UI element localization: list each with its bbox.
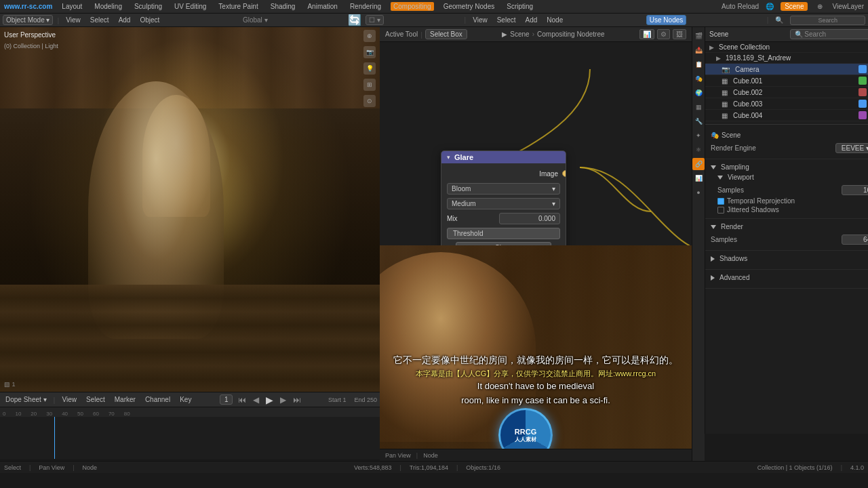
btn-object-mode[interactable]: Object Mode ▾	[3, 15, 53, 25]
glare-image-output-socket[interactable]	[562, 170, 566, 177]
breadcrumb-scene[interactable]: ▶	[502, 30, 507, 38]
props-icon-data[interactable]: 📊	[692, 172, 705, 184]
breadcrumb-nodetree[interactable]: Compositing Nodetree	[537, 30, 605, 38]
status-pan[interactable]: Pan View	[39, 464, 64, 471]
viewport-subtitle[interactable]: Viewport	[717, 174, 868, 181]
status-select[interactable]: Select	[4, 464, 21, 471]
menu-shading[interactable]: Shading	[268, 2, 298, 11]
menu-texture-paint[interactable]: Texture Paint	[216, 2, 260, 11]
outliner-item-camera[interactable]: 📷 Camera 👁	[705, 64, 868, 75]
node-canvas[interactable]: ▾ Glare Image Bl	[380, 42, 692, 449]
advanced-title[interactable]: Advanced	[711, 274, 868, 281]
outliner-search[interactable]: 🔍 Search	[790, 29, 869, 39]
cube001-icon: ▦	[722, 77, 728, 85]
cube003-icon: ▦	[722, 100, 728, 108]
jittered-shadows-checkbox[interactable]	[717, 207, 724, 214]
viewport-label: User Perspective (0) Collection | Light	[4, 30, 58, 52]
btn-use-nodes[interactable]: Use Nodes	[646, 15, 686, 25]
btn-dope-sheet[interactable]: Dope Sheet ▾	[3, 395, 50, 404]
expand-icon-2[interactable]: ▶	[716, 55, 723, 62]
props-icon-scene[interactable]: 🎭	[692, 73, 705, 85]
menu-compositing[interactable]: Compositing	[391, 2, 434, 11]
sampling-title[interactable]: Sampling	[711, 163, 868, 171]
btn-compositing-add[interactable]: Add	[523, 16, 540, 24]
jittered-shadows-row: Jittered Shadows	[717, 205, 868, 214]
glare-threshold-button[interactable]: Threshold	[447, 228, 560, 239]
btn-marker-tl[interactable]: Marker	[112, 395, 138, 404]
view-layer-label: ViewLayer	[832, 3, 864, 10]
btn-play[interactable]: ▶	[266, 394, 273, 405]
menu-animation[interactable]: Animation	[304, 2, 340, 11]
btn-node-settings[interactable]: ⚙	[657, 29, 670, 39]
menu-scripting[interactable]: Scripting	[504, 2, 536, 11]
outliner-item-cube002[interactable]: ▦ Cube.002 👁	[705, 87, 868, 98]
node-node-btn[interactable]: Node	[423, 452, 438, 459]
timeline-track[interactable]	[0, 417, 380, 459]
frame-counter[interactable]: 1	[220, 394, 233, 405]
outliner-item-cube003[interactable]: ▦ Cube.003 👁	[705, 98, 868, 110]
btn-search-right[interactable]: 🔍	[772, 16, 786, 24]
glare-collapse-icon[interactable]: ▾	[447, 154, 450, 161]
outliner-item-cube004[interactable]: ▦ Cube.004 👁	[705, 110, 868, 121]
props-icon-physics[interactable]: ⚛	[692, 144, 705, 156]
props-icon-world[interactable]: 🌍	[692, 87, 705, 99]
btn-next-frame[interactable]: ▶	[280, 395, 286, 405]
menu-layout[interactable]: Layout	[59, 2, 85, 11]
breadcrumb-scene-label[interactable]: Scene	[510, 30, 529, 38]
btn-view[interactable]: View	[63, 16, 83, 24]
viewport-icon-perspective[interactable]: ⊕	[363, 30, 376, 42]
btn-select-tl[interactable]: Select	[83, 395, 108, 404]
glare-type-dropdown[interactable]: Bloom ▾	[447, 183, 560, 195]
props-icon-output[interactable]: 📤	[692, 44, 705, 56]
props-icon-constraints[interactable]: 🔗	[692, 158, 705, 170]
shadows-title[interactable]: Shadows	[711, 255, 868, 262]
btn-prev-frame[interactable]: ◀	[253, 395, 259, 405]
btn-channel-tl[interactable]: Channel	[142, 395, 173, 404]
viewport-icon-gizmo[interactable]: ⊙	[363, 95, 376, 107]
btn-compositing-node[interactable]: Node	[544, 16, 566, 24]
viewport-icon-camera[interactable]: 📷	[363, 46, 376, 58]
btn-view-tl[interactable]: View	[59, 395, 79, 404]
expand-icon[interactable]: ▶	[709, 44, 716, 51]
props-icon-particles[interactable]: ✦	[692, 129, 705, 142]
viewport-samples-value[interactable]: 16	[842, 185, 868, 195]
render-samples-value[interactable]: 64	[842, 235, 868, 245]
btn-object[interactable]: Object	[137, 16, 162, 24]
outliner-item-cube001[interactable]: ▦ Cube.001 👁	[705, 75, 868, 87]
outliner-item-st-andrew[interactable]: ▶ 1918.169_St_Andrew 👁	[705, 53, 868, 64]
node-pan-view[interactable]: Pan View	[385, 452, 411, 459]
outliner-item-collection[interactable]: ▶ Scene Collection 👁	[705, 42, 868, 53]
select-box-btn[interactable]: Select Box	[425, 29, 467, 39]
menu-sculpting[interactable]: Sculpting	[132, 2, 165, 11]
menu-uv-editing[interactable]: UV Editing	[172, 2, 209, 11]
glare-quality-dropdown[interactable]: Medium ▾	[447, 198, 560, 209]
menu-geometry-nodes[interactable]: Geometry Nodes	[441, 2, 498, 11]
props-icon-material[interactable]: ●	[692, 186, 705, 199]
btn-compositing-view[interactable]: View	[470, 16, 490, 24]
glare-node-header[interactable]: ▾ Glare	[441, 151, 566, 163]
props-icon-render[interactable]: 🎬	[692, 30, 705, 42]
btn-compositing-select[interactable]: Select	[494, 16, 519, 24]
btn-jump-start[interactable]: ⏮	[238, 395, 246, 405]
right-area: 🎬 📤 📋 🎭 🌍 ▦ 🔧 ✦ ⚛ 🔗 📊 ●	[692, 27, 868, 461]
props-icon-view-layer[interactable]: 📋	[692, 58, 705, 70]
render-engine-dropdown[interactable]: EEVEE ▾	[835, 143, 868, 153]
status-node[interactable]: Node	[83, 464, 98, 471]
menu-rendering[interactable]: Rendering	[347, 2, 384, 11]
btn-jump-end[interactable]: ⏭	[293, 395, 301, 405]
btn-key-tl[interactable]: Key	[177, 395, 194, 404]
menu-modeling[interactable]: Modeling	[92, 2, 125, 11]
btn-node-view[interactable]: 📊	[639, 29, 654, 39]
props-icon-modifier[interactable]: 🔧	[692, 115, 705, 127]
btn-add[interactable]: Add	[116, 16, 134, 24]
glare-mix-field[interactable]: 0.000	[499, 213, 561, 224]
temporal-reprojection-checkbox[interactable]	[717, 198, 724, 205]
viewport-icon-overlay[interactable]: ⊞	[363, 79, 376, 91]
btn-select[interactable]: Select	[87, 16, 112, 24]
btn-node-frame[interactable]: 🖼	[673, 29, 686, 39]
viewport-icon-render[interactable]: 💡	[363, 62, 376, 75]
render-title[interactable]: Render	[711, 223, 868, 230]
glare-type-row: Bloom ▾	[441, 181, 566, 196]
props-icon-object[interactable]: ▦	[692, 101, 705, 113]
cube004-color-tag	[859, 111, 867, 119]
